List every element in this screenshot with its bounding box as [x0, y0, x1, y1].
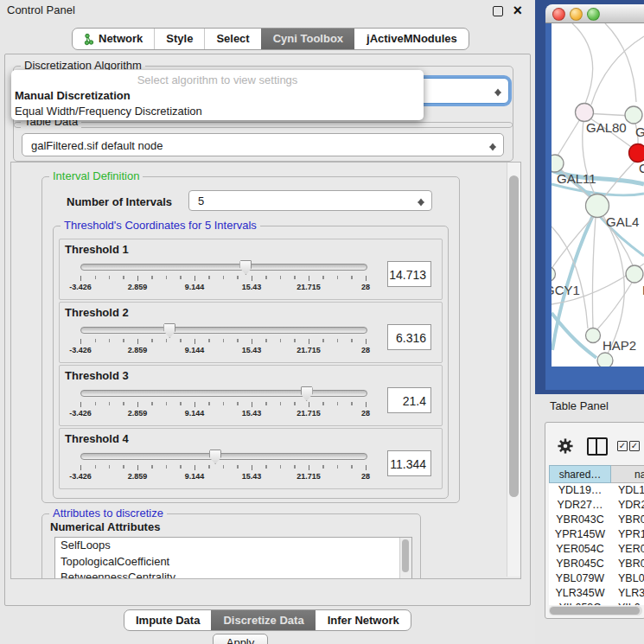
tab-jactivemnodules[interactable]: jActiveMNodules	[354, 29, 469, 49]
threshold-2-slider[interactable]	[80, 327, 367, 334]
threshold-coordinates-group: Threshold's Coordinates for 5 Intervals …	[53, 226, 449, 499]
tab-network[interactable]: Network	[73, 29, 154, 49]
network-node[interactable]	[576, 104, 594, 122]
table-row[interactable]: YPR145WYPR1	[549, 527, 644, 542]
threshold-label: Threshold 3	[65, 369, 129, 382]
threshold-4-panel: Threshold 4 -3.4262.8599.14415.4321.7152…	[59, 428, 443, 489]
network-node[interactable]	[626, 265, 643, 283]
tick-label: 2.859	[128, 346, 148, 354]
network-node[interactable]	[552, 155, 564, 172]
threshold-3-slider[interactable]	[80, 390, 367, 397]
network-node[interactable]	[586, 328, 601, 343]
threshold-label: Threshold 2	[65, 306, 129, 319]
table-row[interactable]: YDR27…YDR2	[549, 498, 644, 513]
table-cell: YBR0	[618, 513, 644, 527]
numerical-attributes-list[interactable]: SelfLoopsTopologicalCoefficientBetweenne…	[54, 537, 412, 579]
table-cell: YER0	[618, 542, 644, 557]
tick-label: 9.144	[185, 409, 205, 418]
zoom-traffic-light[interactable]	[587, 8, 600, 21]
network-node[interactable]	[629, 144, 644, 163]
list-item[interactable]: TopologicalCoefficient	[55, 554, 411, 571]
vertical-scrollbar[interactable]	[507, 163, 520, 577]
settings-gear-icon[interactable]	[558, 438, 573, 457]
table-cell: YDL1	[618, 483, 644, 498]
table-cell: YPR1	[618, 527, 644, 542]
table-data-combobox[interactable]: galFiltered.sif default node	[22, 133, 504, 156]
network-node[interactable]	[625, 106, 642, 124]
tab-impute-data[interactable]: Impute Data	[124, 610, 211, 630]
tick-label: 2.859	[128, 409, 148, 418]
algorithm-popup-item[interactable]: Manual Discretization	[11, 88, 424, 104]
network-window-titlebar[interactable]	[545, 4, 644, 23]
tab-label: Impute Data	[136, 610, 200, 630]
float-window-icon[interactable]	[493, 6, 503, 16]
tab-label: Network	[99, 29, 143, 49]
threshold-value-field[interactable]: 21.4	[387, 387, 431, 413]
column-header-name[interactable]: name	[611, 465, 644, 483]
apply-button[interactable]: Apply	[213, 634, 268, 644]
tab-select[interactable]: Select	[204, 29, 260, 49]
horizontal-scrollbar[interactable]	[549, 606, 642, 615]
tab-style[interactable]: Style	[154, 29, 204, 49]
network-node[interactable]	[552, 267, 556, 282]
number-of-intervals-label: Number of Intervals	[67, 195, 172, 208]
checkbox-icon[interactable]: ✓	[629, 441, 640, 451]
tab-label: Select	[216, 29, 249, 49]
table-row[interactable]: YBR045CYBR0	[549, 557, 644, 571]
threshold-label: Threshold 1	[65, 243, 129, 256]
network-canvas[interactable]: GAL80GACGAL11GAL4GCY1HHAP2	[552, 23, 644, 367]
tick-label: 15.43	[242, 283, 262, 291]
tab-discretize-data[interactable]: Discretize Data	[211, 610, 315, 630]
slider-thumb[interactable]	[209, 450, 221, 464]
minimize-traffic-light[interactable]	[570, 8, 583, 21]
table-panel-titlebar: Table Panel	[535, 394, 644, 418]
list-item[interactable]: BetweennessCentrality	[55, 570, 411, 579]
slider-tick-labels: -3.4262.8599.14415.4321.71528	[80, 409, 366, 418]
table-cell: YBL079W	[549, 571, 611, 586]
tick-label: 15.43	[242, 409, 262, 418]
table-row[interactable]: YLR345WYLR3	[549, 586, 644, 601]
close-icon[interactable]: ×	[513, 0, 522, 21]
control-panel-titlebar: Control Panel ×	[0, 0, 534, 21]
tab-infer-network[interactable]: Infer Network	[316, 610, 411, 630]
cyni-bottom-tabs: Impute Data Discretize Data Infer Networ…	[124, 609, 411, 631]
tab-label: Infer Network	[328, 610, 399, 630]
slider-tick-labels: -3.4262.8599.14415.4321.71528	[80, 283, 366, 292]
table-row[interactable]: YBL079WYBL0	[549, 571, 644, 586]
checkbox-icon[interactable]: ✓	[617, 441, 628, 451]
threshold-value-field[interactable]: 14.713	[387, 261, 431, 287]
algorithm-popup-item[interactable]: Equal Width/Frequency Discretization	[11, 104, 424, 119]
slider-thumb[interactable]	[301, 386, 313, 401]
table-row[interactable]: YIL053CYIL0	[549, 601, 644, 605]
threshold-1-slider[interactable]	[80, 264, 367, 271]
slider-thumb[interactable]	[163, 323, 175, 338]
threshold-4-slider[interactable]	[80, 453, 367, 460]
interval-definition-group: Interval Definition Number of Intervals …	[41, 176, 460, 503]
tick-label: 9.144	[185, 472, 205, 481]
table-row[interactable]: YBR043CYBR0	[549, 513, 644, 527]
slider-thumb[interactable]	[239, 260, 252, 275]
tab-cyni-toolbox[interactable]: Cyni Toolbox	[261, 29, 354, 49]
threshold-value-field[interactable]: 11.344	[387, 450, 431, 476]
number-of-intervals-combobox[interactable]: 5	[188, 190, 432, 211]
column-header-shared-name[interactable]: shared…	[549, 465, 611, 483]
control-panel: Control Panel × Network Style Select Cyn…	[0, 0, 534, 644]
scrollbar-thumb[interactable]	[402, 539, 409, 572]
tick-label: 2.859	[128, 283, 148, 291]
table-row[interactable]: YDL19…YDL1	[549, 483, 644, 498]
tick-label: 28	[361, 472, 370, 481]
tick-label: 21.715	[296, 283, 321, 291]
algorithm-popup-item[interactable]: Select algorithm to view settings	[11, 73, 424, 88]
slider-major-ticks	[80, 402, 367, 407]
column-layout-icon[interactable]	[587, 437, 608, 456]
table-row[interactable]: YER054CYER0	[549, 542, 644, 557]
close-traffic-light[interactable]	[552, 8, 565, 21]
tick-label: 15.43	[242, 472, 262, 481]
list-scrollbar[interactable]	[399, 538, 411, 579]
scrollbar-thumb[interactable]	[550, 607, 640, 615]
network-node[interactable]	[597, 353, 613, 367]
list-item[interactable]: SelfLoops	[55, 538, 411, 554]
tick-label: 15.43	[242, 346, 262, 354]
scrollbar-thumb[interactable]	[509, 175, 519, 497]
threshold-value-field[interactable]: 6.316	[387, 324, 431, 350]
